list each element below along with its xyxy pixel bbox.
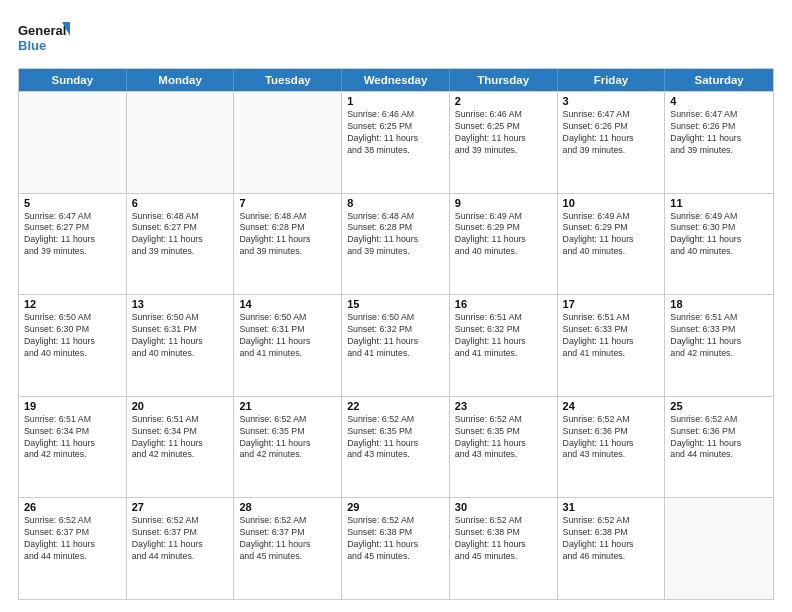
- calendar-day-10: 10Sunrise: 6:49 AM Sunset: 6:29 PM Dayli…: [558, 194, 666, 295]
- day-info: Sunrise: 6:50 AM Sunset: 6:30 PM Dayligh…: [24, 312, 121, 360]
- day-info: Sunrise: 6:48 AM Sunset: 6:28 PM Dayligh…: [239, 211, 336, 259]
- day-info: Sunrise: 6:48 AM Sunset: 6:28 PM Dayligh…: [347, 211, 444, 259]
- day-number: 13: [132, 298, 229, 310]
- day-info: Sunrise: 6:52 AM Sunset: 6:37 PM Dayligh…: [132, 515, 229, 563]
- calendar-empty-0-2: [234, 92, 342, 193]
- day-info: Sunrise: 6:52 AM Sunset: 6:38 PM Dayligh…: [563, 515, 660, 563]
- day-number: 12: [24, 298, 121, 310]
- day-info: Sunrise: 6:51 AM Sunset: 6:34 PM Dayligh…: [24, 414, 121, 462]
- calendar-week-5: 26Sunrise: 6:52 AM Sunset: 6:37 PM Dayli…: [19, 497, 773, 599]
- calendar-week-4: 19Sunrise: 6:51 AM Sunset: 6:34 PM Dayli…: [19, 396, 773, 498]
- day-number: 26: [24, 501, 121, 513]
- day-info: Sunrise: 6:46 AM Sunset: 6:25 PM Dayligh…: [455, 109, 552, 157]
- calendar-day-23: 23Sunrise: 6:52 AM Sunset: 6:35 PM Dayli…: [450, 397, 558, 498]
- day-info: Sunrise: 6:52 AM Sunset: 6:36 PM Dayligh…: [670, 414, 768, 462]
- calendar-empty-0-1: [127, 92, 235, 193]
- calendar-day-11: 11Sunrise: 6:49 AM Sunset: 6:30 PM Dayli…: [665, 194, 773, 295]
- calendar-day-29: 29Sunrise: 6:52 AM Sunset: 6:38 PM Dayli…: [342, 498, 450, 599]
- day-info: Sunrise: 6:48 AM Sunset: 6:27 PM Dayligh…: [132, 211, 229, 259]
- day-info: Sunrise: 6:47 AM Sunset: 6:26 PM Dayligh…: [563, 109, 660, 157]
- day-info: Sunrise: 6:50 AM Sunset: 6:32 PM Dayligh…: [347, 312, 444, 360]
- header-cell-wednesday: Wednesday: [342, 69, 450, 91]
- header-cell-sunday: Sunday: [19, 69, 127, 91]
- day-info: Sunrise: 6:52 AM Sunset: 6:35 PM Dayligh…: [347, 414, 444, 462]
- header-cell-friday: Friday: [558, 69, 666, 91]
- day-number: 18: [670, 298, 768, 310]
- calendar-day-31: 31Sunrise: 6:52 AM Sunset: 6:38 PM Dayli…: [558, 498, 666, 599]
- calendar-day-26: 26Sunrise: 6:52 AM Sunset: 6:37 PM Dayli…: [19, 498, 127, 599]
- day-info: Sunrise: 6:49 AM Sunset: 6:29 PM Dayligh…: [455, 211, 552, 259]
- calendar-day-18: 18Sunrise: 6:51 AM Sunset: 6:33 PM Dayli…: [665, 295, 773, 396]
- day-number: 6: [132, 197, 229, 209]
- day-number: 31: [563, 501, 660, 513]
- calendar-week-1: 1Sunrise: 6:46 AM Sunset: 6:25 PM Daylig…: [19, 91, 773, 193]
- logo: General Blue: [18, 18, 70, 58]
- day-number: 16: [455, 298, 552, 310]
- day-number: 28: [239, 501, 336, 513]
- header-cell-tuesday: Tuesday: [234, 69, 342, 91]
- calendar-day-21: 21Sunrise: 6:52 AM Sunset: 6:35 PM Dayli…: [234, 397, 342, 498]
- calendar-day-16: 16Sunrise: 6:51 AM Sunset: 6:32 PM Dayli…: [450, 295, 558, 396]
- calendar-day-20: 20Sunrise: 6:51 AM Sunset: 6:34 PM Dayli…: [127, 397, 235, 498]
- day-info: Sunrise: 6:46 AM Sunset: 6:25 PM Dayligh…: [347, 109, 444, 157]
- logo-svg: General Blue: [18, 18, 70, 58]
- day-number: 20: [132, 400, 229, 412]
- calendar-empty-0-0: [19, 92, 127, 193]
- calendar-day-25: 25Sunrise: 6:52 AM Sunset: 6:36 PM Dayli…: [665, 397, 773, 498]
- day-info: Sunrise: 6:51 AM Sunset: 6:33 PM Dayligh…: [670, 312, 768, 360]
- day-number: 27: [132, 501, 229, 513]
- day-info: Sunrise: 6:49 AM Sunset: 6:30 PM Dayligh…: [670, 211, 768, 259]
- day-info: Sunrise: 6:51 AM Sunset: 6:33 PM Dayligh…: [563, 312, 660, 360]
- day-info: Sunrise: 6:52 AM Sunset: 6:35 PM Dayligh…: [239, 414, 336, 462]
- day-info: Sunrise: 6:52 AM Sunset: 6:37 PM Dayligh…: [239, 515, 336, 563]
- calendar-body: 1Sunrise: 6:46 AM Sunset: 6:25 PM Daylig…: [19, 91, 773, 599]
- day-info: Sunrise: 6:52 AM Sunset: 6:38 PM Dayligh…: [455, 515, 552, 563]
- day-number: 14: [239, 298, 336, 310]
- calendar-week-2: 5Sunrise: 6:47 AM Sunset: 6:27 PM Daylig…: [19, 193, 773, 295]
- calendar-day-1: 1Sunrise: 6:46 AM Sunset: 6:25 PM Daylig…: [342, 92, 450, 193]
- day-info: Sunrise: 6:52 AM Sunset: 6:35 PM Dayligh…: [455, 414, 552, 462]
- calendar: SundayMondayTuesdayWednesdayThursdayFrid…: [18, 68, 774, 600]
- day-number: 19: [24, 400, 121, 412]
- calendar-day-17: 17Sunrise: 6:51 AM Sunset: 6:33 PM Dayli…: [558, 295, 666, 396]
- day-number: 21: [239, 400, 336, 412]
- calendar-day-4: 4Sunrise: 6:47 AM Sunset: 6:26 PM Daylig…: [665, 92, 773, 193]
- calendar-day-2: 2Sunrise: 6:46 AM Sunset: 6:25 PM Daylig…: [450, 92, 558, 193]
- calendar-week-3: 12Sunrise: 6:50 AM Sunset: 6:30 PM Dayli…: [19, 294, 773, 396]
- day-number: 15: [347, 298, 444, 310]
- calendar-empty-4-6: [665, 498, 773, 599]
- header: General Blue: [18, 18, 774, 58]
- calendar-day-28: 28Sunrise: 6:52 AM Sunset: 6:37 PM Dayli…: [234, 498, 342, 599]
- header-cell-saturday: Saturday: [665, 69, 773, 91]
- calendar-day-30: 30Sunrise: 6:52 AM Sunset: 6:38 PM Dayli…: [450, 498, 558, 599]
- day-info: Sunrise: 6:50 AM Sunset: 6:31 PM Dayligh…: [239, 312, 336, 360]
- calendar-day-12: 12Sunrise: 6:50 AM Sunset: 6:30 PM Dayli…: [19, 295, 127, 396]
- day-number: 25: [670, 400, 768, 412]
- day-info: Sunrise: 6:50 AM Sunset: 6:31 PM Dayligh…: [132, 312, 229, 360]
- calendar-day-22: 22Sunrise: 6:52 AM Sunset: 6:35 PM Dayli…: [342, 397, 450, 498]
- svg-text:General: General: [18, 23, 66, 38]
- calendar-day-24: 24Sunrise: 6:52 AM Sunset: 6:36 PM Dayli…: [558, 397, 666, 498]
- calendar-day-8: 8Sunrise: 6:48 AM Sunset: 6:28 PM Daylig…: [342, 194, 450, 295]
- day-info: Sunrise: 6:47 AM Sunset: 6:27 PM Dayligh…: [24, 211, 121, 259]
- calendar-day-14: 14Sunrise: 6:50 AM Sunset: 6:31 PM Dayli…: [234, 295, 342, 396]
- calendar-day-6: 6Sunrise: 6:48 AM Sunset: 6:27 PM Daylig…: [127, 194, 235, 295]
- day-number: 10: [563, 197, 660, 209]
- header-cell-thursday: Thursday: [450, 69, 558, 91]
- day-info: Sunrise: 6:51 AM Sunset: 6:34 PM Dayligh…: [132, 414, 229, 462]
- day-info: Sunrise: 6:51 AM Sunset: 6:32 PM Dayligh…: [455, 312, 552, 360]
- day-info: Sunrise: 6:52 AM Sunset: 6:38 PM Dayligh…: [347, 515, 444, 563]
- calendar-header-row: SundayMondayTuesdayWednesdayThursdayFrid…: [19, 69, 773, 91]
- day-number: 7: [239, 197, 336, 209]
- day-number: 9: [455, 197, 552, 209]
- day-number: 11: [670, 197, 768, 209]
- day-number: 5: [24, 197, 121, 209]
- day-number: 3: [563, 95, 660, 107]
- page: General Blue SundayMondayTuesdayWednesda…: [0, 0, 792, 612]
- day-info: Sunrise: 6:47 AM Sunset: 6:26 PM Dayligh…: [670, 109, 768, 157]
- calendar-day-19: 19Sunrise: 6:51 AM Sunset: 6:34 PM Dayli…: [19, 397, 127, 498]
- day-number: 8: [347, 197, 444, 209]
- day-number: 2: [455, 95, 552, 107]
- calendar-day-7: 7Sunrise: 6:48 AM Sunset: 6:28 PM Daylig…: [234, 194, 342, 295]
- day-info: Sunrise: 6:52 AM Sunset: 6:36 PM Dayligh…: [563, 414, 660, 462]
